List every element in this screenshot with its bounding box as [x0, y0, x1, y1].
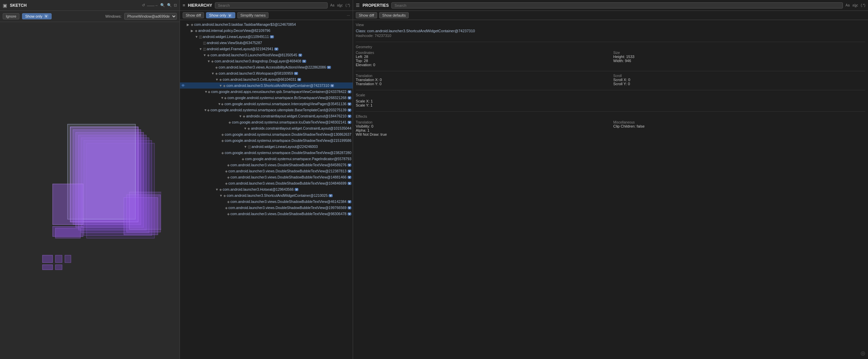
windows-select[interactable]: PhoneWindow@ad699de	[124, 13, 177, 20]
tree-toggle[interactable]: ▼	[239, 114, 243, 118]
tree-toggle[interactable]: ▼	[207, 59, 211, 63]
v-badge: V	[270, 35, 274, 38]
node-text: com.android.launcher3.Workspace@58100959	[219, 71, 293, 75]
tree-node[interactable]: ▶◈android.internal.policy.DecorView@8210…	[180, 27, 353, 34]
tree-node[interactable]: ◈com.google.android.systemui.smartspace.…	[180, 156, 353, 162]
tree-node[interactable]: ◈com.android.launcher3.views.DoubleShado…	[180, 180, 353, 186]
tree-node[interactable]: ▼◈com.google.android.systemui.smartspace…	[180, 101, 353, 107]
node-text: androidx.constraintlayout.widget.Constra…	[246, 114, 347, 118]
tree-toggle[interactable]: ▼	[244, 127, 248, 130]
translation-y-value: Translation Y: 0	[356, 82, 608, 86]
tree-node[interactable]: ▼◫android.widget.FrameLayout@321942941V	[180, 46, 353, 52]
node-icon: ◫	[203, 47, 206, 51]
tree-toggle[interactable]: ▶	[191, 29, 195, 33]
tree-toggle[interactable]: ▼	[219, 194, 223, 197]
show-only-button[interactable]: Show only V	[22, 13, 52, 19]
tree-toggle[interactable]: ▼	[211, 72, 215, 75]
tree-toggle[interactable]: ▼	[199, 47, 203, 51]
coordinates-label: Coordinates	[356, 51, 608, 55]
tree-node[interactable]: ▼◈androidx.constraintlayout.widget.Const…	[180, 113, 353, 119]
node-icon: ◈	[223, 84, 226, 88]
tree-toggle[interactable]: ▼	[215, 78, 219, 81]
node-text: com.android.launcher3.views.DoubleShadow…	[228, 169, 347, 173]
node-icon: ◫	[248, 145, 251, 149]
tree-node[interactable]: ◈com.android.launcher3.views.DoubleShado…	[180, 162, 353, 168]
tree-node[interactable]: ▼◈com.google.android.systemui.smartspace…	[180, 107, 353, 113]
tree-node[interactable]: ◈com.google.android.systemui.smartspace.…	[180, 131, 353, 137]
node-icon: ◈	[242, 157, 244, 161]
tree-node[interactable]: ▼◈com.android.launcher3.dragndrop.DragLa…	[180, 58, 353, 64]
tree-node[interactable]: ◈com.android.launcher3.views.DoubleShado…	[180, 168, 353, 174]
divider-2	[356, 71, 865, 71]
node-icon: ◈	[219, 188, 222, 191]
tree-node[interactable]: ◈com.google.android.systemui.smartspace.…	[180, 150, 353, 156]
node-icon: ◈	[225, 169, 228, 173]
tree-toggle[interactable]: ▼	[218, 102, 221, 106]
tree-toggle[interactable]: ▼	[203, 53, 207, 57]
zoom-out-icon[interactable]: 🔍	[160, 3, 165, 7]
v-badge: V	[348, 176, 351, 179]
tree-node[interactable]: 👁▼◈com.android.launcher3.ShortcutAndWidg…	[180, 82, 353, 89]
view-section: View Class: com.android.launcher3.Shortc…	[356, 23, 865, 38]
tree-node[interactable]: ◫android.view.ViewStub@63475287	[180, 40, 353, 46]
tree-node[interactable]: ▼◈com.android.launcher3.LauncherRootView…	[180, 52, 353, 58]
simplify-names-button[interactable]: Simplify names	[237, 12, 269, 18]
tree-node[interactable]: ▼◈com.google.android.apps.nexuslauncher.…	[180, 89, 353, 95]
elevation-value: Elevation: 0	[356, 63, 608, 67]
node-text: com.android.launcher3.ShortcutAndWidgetC…	[227, 193, 328, 197]
tree-toggle[interactable]: ▼	[204, 108, 207, 112]
tree-node[interactable]: ◈com.google.android.systemui.smartspace.…	[180, 119, 353, 125]
properties-content: View Class: com.android.launcher3.Shortc…	[353, 20, 868, 359]
tree-toggle[interactable]: ▶	[187, 23, 191, 26]
tree-node[interactable]: ◈com.android.launcher3.views.DoubleShado…	[180, 211, 353, 217]
tree-node[interactable]: ▼◫android.widget.LinearLayout@224246003	[180, 144, 353, 150]
hierarchy-search[interactable]	[215, 2, 328, 8]
properties-header: ☰ PROPERTIES Aa ab̲c (.*)	[353, 0, 868, 11]
prop-show-diff-button[interactable]: Show diff	[356, 12, 377, 18]
ignore-button[interactable]: Ignore	[3, 13, 19, 19]
size-group: Size Height: 1533 Width: 946	[613, 51, 866, 67]
tree-node[interactable]: ▼◈com.android.launcher3.Workspace@581009…	[180, 70, 353, 76]
v-badge: V	[298, 54, 302, 57]
tree-node[interactable]: ◈com.android.launcher3.views.DoubleShado…	[180, 199, 353, 205]
tree-node[interactable]: ▼◈androidx.constraintlayout.widget.Const…	[180, 125, 353, 131]
hier-show-only-badge: V	[227, 14, 232, 18]
tree-node[interactable]: ▼◈com.android.launcher3.ShortcutAndWidge…	[180, 192, 353, 199]
translation-section: Translation Translation X: 0 Translation…	[356, 74, 865, 86]
tree-node[interactable]: ▼◈com.android.launcher3.Hotseat@12964356…	[180, 186, 353, 192]
hier-show-only-button[interactable]: Show only V	[206, 12, 235, 18]
fit-icon[interactable]: ⊡	[174, 3, 177, 7]
tree-node[interactable]: ▼◈com.google.android.systemui.smartspace…	[180, 95, 353, 101]
svg-rect-2	[65, 255, 71, 263]
node-icon: ◈	[247, 127, 250, 130]
tree-toggle[interactable]: ▼	[195, 35, 199, 39]
node-icon: ◈	[195, 29, 198, 33]
tree-toggle[interactable]: ▼	[204, 90, 208, 94]
node-icon: ◈	[224, 96, 227, 100]
tree-node[interactable]: ◈com.google.android.systemui.smartspace.…	[180, 137, 353, 144]
tree-node[interactable]: ▼◫android.widget.LinearLayout@110949111V	[180, 34, 353, 40]
tree-toggle[interactable]: ▼	[215, 188, 219, 191]
show-diff-button[interactable]: Show diff	[183, 12, 204, 18]
tree-node[interactable]: ▶◈com.android.launcher3.taskbar.TaskbarM…	[180, 21, 353, 27]
tree-toggle[interactable]: ▼	[221, 96, 224, 100]
v-badge: V	[348, 102, 351, 106]
node-icon: ◈	[219, 78, 222, 81]
tree-toggle[interactable]: ▼	[244, 145, 248, 149]
tree-node[interactable]: ◈com.android.launcher3.views.DoubleShado…	[180, 205, 353, 211]
sketch-3d-view	[19, 102, 161, 279]
regex-icon: (.*)	[346, 3, 350, 7]
effects-grid: Translation Visibility: 0 Alpha: 1 Will …	[356, 120, 865, 136]
zoom-in-icon[interactable]: 🔍	[167, 3, 172, 7]
node-text: com.google.android.systemui.smartspace.P…	[245, 157, 351, 161]
more-options-button[interactable]: ···	[347, 13, 350, 17]
svg-rect-15	[55, 228, 80, 238]
tree-node[interactable]: ▼◈com.android.launcher3.CellLayout@66104…	[180, 76, 353, 82]
prop-show-defaults-button[interactable]: Show defaults	[379, 12, 409, 18]
node-icon: ◈	[191, 23, 193, 26]
tree-toggle[interactable]: ▼	[219, 84, 223, 88]
properties-search[interactable]	[391, 2, 843, 8]
tree-node[interactable]: ◈com.android.launcher3.views.DoubleShado…	[180, 174, 353, 180]
tree-node[interactable]: ◈com.android.launcher3.views.Accessibili…	[180, 64, 353, 70]
sketch-toolbar: Ignore Show only V Windows: PhoneWindow@…	[0, 11, 180, 22]
